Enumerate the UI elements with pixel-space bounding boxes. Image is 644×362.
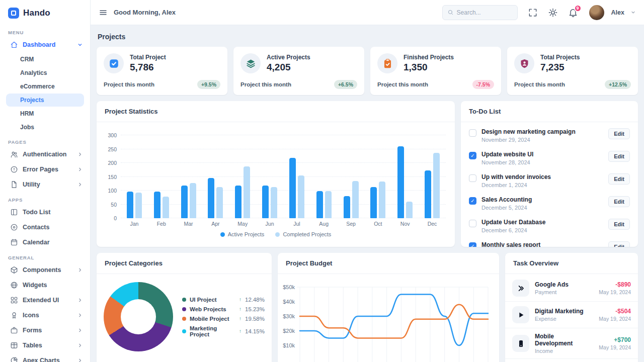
category-change: 15.23% [245,306,265,312]
bar-group [391,135,419,218]
stat-footer-text: Project this month [514,81,565,87]
task-overview-card: Task Overview Google AdsPayment-$890May … [505,253,638,362]
todo-task-text: Sales Accounting [481,196,603,203]
todo-list-title: To-Do List [461,101,638,122]
user-name[interactable]: Alex [611,9,624,16]
todo-checkbox[interactable] [469,220,476,227]
x-axis-tick-label: Jan [121,221,148,227]
stat-footer-text: Project this month [240,81,291,87]
bar-completed-projects [379,182,385,218]
todo-checkbox[interactable] [469,129,476,137]
edit-button[interactable]: Edit [608,128,630,139]
search-input[interactable] [457,9,513,16]
sidebar-item-authentication[interactable]: Authentication [0,147,90,162]
sidebar-item-error-pages[interactable]: Error Pages [0,162,90,177]
sidebar-item-components[interactable]: Components [0,262,90,278]
app-logo[interactable]: Hando [0,0,90,25]
sidebar-item-contacts[interactable]: Contacts [0,220,90,235]
todo-item: Up with vendor invoicesDecember 1, 2024E… [461,169,638,192]
sidebar-item-forms[interactable]: Forms [0,323,90,338]
sidebar-item-widgets[interactable]: Widgets [0,278,90,293]
legend-label: Active Projects [228,231,265,237]
legend-dot [182,307,186,311]
bar-group [175,135,202,218]
calendar-icon [10,238,18,246]
menu-toggle-icon[interactable] [99,8,108,17]
stat-card-total-project: Total Project5,786Project this month+9.5… [97,47,227,95]
sidebar-item-todo-list[interactable]: Todo List [0,205,90,220]
chevron-right-icon [77,151,83,157]
todo-checkbox[interactable]: ✓ [469,242,476,247]
todo-date: November 29, 2024 [481,137,603,143]
bar-active-projects [262,186,269,218]
sidebar-item-icons[interactable]: Icons [0,308,90,323]
line-chart-svg: $50k$40k$30k$20k$10k [278,276,494,362]
stat-value: 5,786 [130,62,166,73]
bar-group [338,135,365,218]
legend-completed-projects[interactable]: Completed Projects [275,231,331,237]
category-change: 14.15% [245,328,265,334]
bar-group [202,135,229,218]
sidebar-nav: MENUDashboardCRMAnalyticseCommerceProjec… [0,25,90,362]
todo-date: November 28, 2024 [481,159,603,165]
line-chart: $50k$40k$30k$20k$10k [278,276,499,362]
trend-up-icon: ↑ [239,306,242,312]
stat-label: Total Project [130,54,166,61]
todo-checkbox[interactable] [469,174,476,182]
sidebar-subitem-analytics[interactable]: Analytics [6,66,84,79]
sidebar-item-calendar[interactable]: Calendar [0,235,90,250]
sidebar-subitem-hrm[interactable]: HRM [6,107,84,120]
edit-button[interactable]: Edit [608,196,630,207]
stat-card-active-projects: Active Projects4,205Project this month+6… [233,47,364,95]
todo-task-text: Monthly sales report [481,241,603,247]
edit-button[interactable]: Edit [608,241,630,247]
stat-value: 4,205 [267,62,310,73]
legend-dot [182,298,186,302]
task-date: May 19, 2024 [599,289,631,295]
todo-checkbox[interactable]: ✓ [469,197,476,205]
notifications-bell-icon[interactable]: 9 [568,8,578,18]
bar-completed-projects [190,183,196,218]
sidebar-item-utility[interactable]: Utility [0,177,90,192]
bar-completed-projects [352,181,359,218]
search-box[interactable] [442,5,518,20]
user-avatar[interactable] [589,5,604,20]
category-marketing-project: Marketing Project↑14.15% [182,325,265,337]
sidebar-item-tables[interactable]: Tables [0,338,90,353]
bar-group [364,135,391,218]
todo-item: ✓Monthly sales reportDecember 8, 2024Edi… [461,237,638,247]
sidebar-subitem-jobs[interactable]: Jobs [6,121,84,134]
check-square-icon [104,53,124,73]
edit-button[interactable]: Edit [608,219,630,230]
x-axis-tick-label: Dec [419,221,446,227]
todo-item: ✓Update website UINovember 28, 2024Edit [461,147,638,169]
bar-completed-projects [406,202,413,218]
todo-checkbox[interactable]: ✓ [469,152,476,159]
legend-dot [275,232,280,237]
sidebar-subitem-ecommerce[interactable]: eCommerce [6,80,84,93]
theme-toggle-icon[interactable] [548,8,558,18]
chevrons-icon [512,280,529,297]
legend-dot [182,329,186,333]
edit-button[interactable]: Edit [608,173,630,185]
sidebar-item-dashboard[interactable]: Dashboard [0,37,90,52]
y-axis-tick-label: 50 [102,202,117,208]
sidebar-item-extended-ui[interactable]: Extended UI [0,293,90,308]
bar-completed-projects [244,166,250,218]
legend-active-projects[interactable]: Active Projects [220,231,265,237]
category-label: Mobile Project [190,316,235,322]
stat-change-badge: -7.5% [472,80,494,89]
bar-group [229,135,256,218]
stat-value: 7,235 [540,62,580,73]
file-icon [10,180,18,189]
todo-date: December 6, 2024 [481,227,603,233]
edit-button[interactable]: Edit [608,151,630,162]
fullscreen-icon[interactable] [528,8,538,18]
todo-item: ✓Sales AccountingDecember 5, 2024Edit [461,192,638,215]
sidebar-subitem-projects[interactable]: Projects [6,94,84,107]
project-categories-title: Project Categories [97,253,272,274]
bar-completed-projects [135,193,142,218]
sidebar-subitem-crm[interactable]: CRM [6,53,84,66]
sidebar-item-apex-charts[interactable]: Apex Charts [0,353,90,362]
user-menu-chevron-icon[interactable] [630,10,636,15]
